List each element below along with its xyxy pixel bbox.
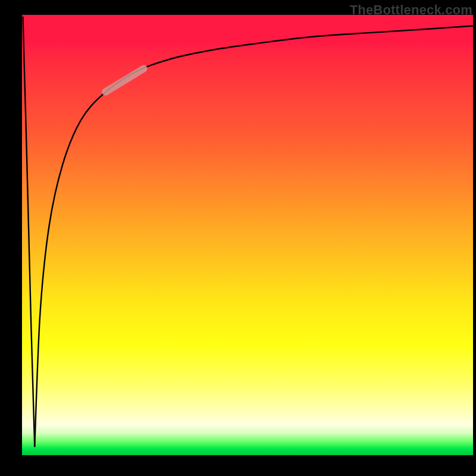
plot-area	[22, 15, 473, 455]
chart-frame: TheBottleneck.com	[0, 0, 476, 476]
